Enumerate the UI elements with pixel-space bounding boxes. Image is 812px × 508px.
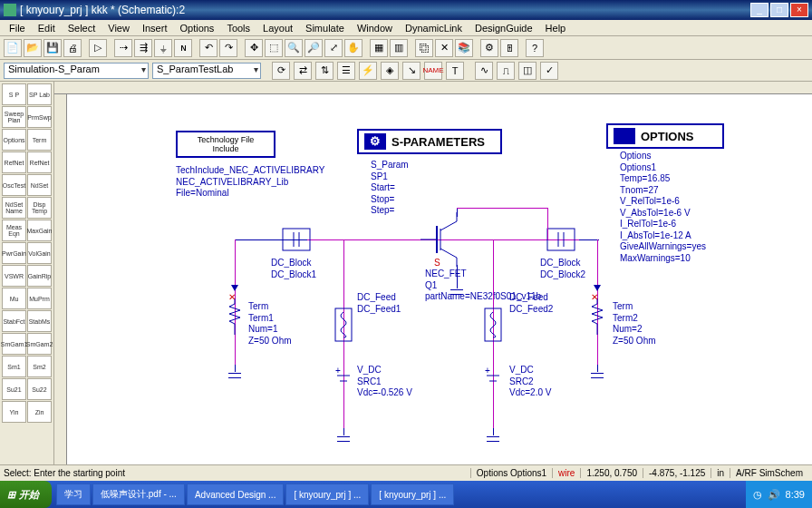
vdc2-symbol[interactable]: + bbox=[485, 366, 501, 394]
palette-smgam1[interactable]: SmGam1 bbox=[2, 333, 26, 355]
term2-label[interactable]: Term Term2 Num=2 Z=50 Ohm bbox=[613, 301, 656, 347]
dcfeed2-label[interactable]: DC_Feed DC_Feed2 bbox=[509, 292, 553, 315]
task-5[interactable]: [ knyoury_prj ] ... bbox=[371, 484, 454, 505]
palette-ndset[interactable]: NdSet bbox=[27, 174, 52, 196]
menu-window[interactable]: Window bbox=[352, 22, 398, 34]
palette-volgain[interactable]: VolGain bbox=[27, 242, 52, 264]
menu-tools[interactable]: Tools bbox=[221, 22, 256, 34]
palette-osctest[interactable]: OscTest bbox=[2, 174, 26, 196]
tray-icon[interactable]: ◷ bbox=[753, 489, 762, 501]
system-tray[interactable]: ◷ 🔊 8:39 bbox=[746, 481, 812, 508]
palette-measeqn[interactable]: Meas Eqn bbox=[2, 220, 26, 241]
name2-button[interactable]: NAME bbox=[424, 62, 442, 80]
menu-layout[interactable]: Layout bbox=[257, 22, 298, 34]
tray-volume-icon[interactable]: 🔊 bbox=[768, 489, 780, 501]
techinclude-labels[interactable]: TechInclude_NEC_ACTIVELIBRARY NEC_ACTIVE… bbox=[176, 165, 324, 200]
palette-muprm[interactable]: MuPrm bbox=[27, 288, 52, 309]
palette-sweepplan[interactable]: Sweep Plan bbox=[2, 106, 26, 128]
simulate-button[interactable]: ⚙ bbox=[480, 39, 498, 57]
text-button[interactable]: T bbox=[446, 62, 464, 80]
palette-su22[interactable]: Su22 bbox=[27, 378, 52, 400]
hierarchy-button[interactable]: ▦ bbox=[370, 39, 388, 57]
palette-su21[interactable]: Su21 bbox=[2, 378, 26, 400]
menu-options[interactable]: Options bbox=[174, 22, 219, 34]
simulation-combo[interactable]: Simulation-S_Param bbox=[4, 63, 149, 79]
menu-insert[interactable]: Insert bbox=[137, 22, 173, 34]
mirror-v-button[interactable]: ⇅ bbox=[315, 62, 334, 80]
fet-symbol[interactable] bbox=[420, 212, 466, 267]
palette-options[interactable]: Options bbox=[2, 129, 26, 151]
close-button[interactable]: × bbox=[790, 3, 808, 17]
menu-file[interactable]: File bbox=[4, 22, 31, 34]
palette-stabfct[interactable]: StabFct bbox=[2, 310, 26, 332]
term1-label[interactable]: Term Term1 Num=1 Z=50 Ohm bbox=[248, 301, 292, 347]
zoom-area-button[interactable]: ⬚ bbox=[265, 39, 283, 57]
menu-edit[interactable]: Edit bbox=[33, 22, 61, 34]
vdc2-label[interactable]: V_DC SRC2 Vdc=2.0 V bbox=[509, 365, 551, 399]
palette-sm1[interactable]: Sm1 bbox=[2, 356, 26, 377]
techinclude-block[interactable]: Technology File Include bbox=[176, 131, 276, 158]
save-button[interactable]: 💾 bbox=[44, 39, 62, 57]
sparam-labels[interactable]: S_Param SP1 Start= Stop= Step= bbox=[371, 160, 409, 217]
mirror-h-button[interactable]: ⇄ bbox=[294, 62, 312, 80]
push-button[interactable]: ▥ bbox=[390, 39, 408, 57]
delete-button[interactable]: ✕ bbox=[435, 39, 453, 57]
zoom-fit-button[interactable]: ⤢ bbox=[324, 39, 343, 57]
term1-gnd-icon[interactable] bbox=[228, 365, 241, 378]
toggle-button[interactable]: ◫ bbox=[518, 62, 536, 80]
name-button[interactable]: ɴ bbox=[174, 39, 192, 57]
zoom-in-button[interactable]: 🔍 bbox=[285, 39, 303, 57]
wire-fet-s[interactable] bbox=[457, 265, 458, 283]
palette-ndsetname[interactable]: NdSet Name bbox=[2, 197, 26, 219]
var-button[interactable]: ⚡ bbox=[359, 62, 377, 80]
palette-sm2[interactable]: Sm2 bbox=[27, 356, 52, 377]
check-button[interactable]: ✓ bbox=[540, 62, 558, 80]
palette-splab[interactable]: SP Lab bbox=[27, 83, 52, 105]
move-button[interactable]: ✥ bbox=[245, 39, 263, 57]
open-button[interactable]: 📂 bbox=[24, 39, 42, 57]
options-labels[interactable]: Options Options1 Temp=16.85 Tnom=27 V_Re… bbox=[620, 151, 706, 264]
palette-mu[interactable]: Mu bbox=[2, 288, 26, 309]
fet-gnd-icon[interactable] bbox=[450, 281, 463, 295]
menu-dynamiclink[interactable]: DynamicLink bbox=[400, 22, 468, 34]
vdc1-label[interactable]: V_DC SRC1 Vdc=-0.526 V bbox=[357, 365, 412, 399]
term2-symbol[interactable] bbox=[589, 298, 605, 335]
task-2[interactable]: 低噪声设计.pdf - ... bbox=[92, 484, 185, 505]
dcblock2-label[interactable]: DC_Block DC_Block2 bbox=[540, 258, 585, 280]
arrow-button[interactable]: ↘ bbox=[402, 62, 420, 80]
dcblock1-label[interactable]: DC_Block DC_Block1 bbox=[271, 258, 316, 280]
menu-simulate[interactable]: Simulate bbox=[300, 22, 350, 34]
zoom-out-button[interactable]: 🔎 bbox=[304, 39, 323, 57]
maximize-button[interactable]: □ bbox=[770, 3, 788, 17]
task-1[interactable]: 学习 bbox=[56, 484, 91, 505]
vdc1-gnd-icon[interactable] bbox=[337, 428, 350, 442]
palette-refnet1[interactable]: RefNet bbox=[2, 151, 26, 173]
vdc2-gnd-icon[interactable] bbox=[487, 428, 499, 442]
vdc1-symbol[interactable]: + bbox=[335, 366, 352, 394]
dcfeed1-label[interactable]: DC_Feed DC_Feed1 bbox=[357, 292, 401, 315]
palette-term[interactable]: Term bbox=[27, 129, 52, 151]
start-button[interactable]: ⊞ 开始 bbox=[0, 481, 52, 508]
wire-button[interactable]: ⇢ bbox=[114, 39, 132, 57]
help-tool-button[interactable]: ? bbox=[526, 39, 544, 57]
menu-select[interactable]: Select bbox=[63, 22, 102, 34]
tune-button[interactable]: 🎚 bbox=[500, 39, 518, 57]
palette-disptemp[interactable]: Disp Temp bbox=[27, 197, 52, 219]
wire-out[interactable] bbox=[579, 239, 599, 240]
pan-button[interactable]: ✋ bbox=[344, 39, 362, 57]
menu-help[interactable]: Help bbox=[540, 22, 572, 34]
term1-symbol[interactable] bbox=[227, 298, 243, 335]
palette-sp[interactable]: S P bbox=[2, 83, 26, 105]
term2-gnd-icon[interactable] bbox=[591, 365, 604, 378]
dcblock2-symbol[interactable] bbox=[547, 229, 575, 250]
palette-pwrgain[interactable]: PwrGain bbox=[2, 242, 26, 264]
minimize-button[interactable]: _ bbox=[750, 3, 768, 17]
dcfeed1-symbol[interactable] bbox=[335, 308, 352, 341]
menu-designguide[interactable]: DesignGuide bbox=[469, 22, 538, 34]
palette-zin[interactable]: Zin bbox=[27, 401, 52, 423]
palette-yin[interactable]: Yin bbox=[2, 401, 26, 423]
bus-button[interactable]: ⇶ bbox=[134, 39, 152, 57]
library-button[interactable]: 📚 bbox=[455, 39, 473, 57]
ground-button[interactable]: ⏚ bbox=[154, 39, 172, 57]
palette-prmswp[interactable]: PrmSwp bbox=[27, 106, 52, 128]
